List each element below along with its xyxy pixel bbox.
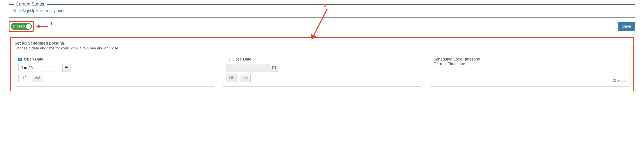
- close-date-header: Close Date: [226, 57, 418, 62]
- schedule-title: Set up Scheduled Locking:: [14, 41, 630, 46]
- open-ampm-button[interactable]: AM: [32, 74, 43, 82]
- svg-marker-1: [36, 25, 40, 28]
- svg-rect-16: [274, 67, 274, 68]
- open-date-card: Open Date AM: [14, 54, 214, 87]
- annotation-arrow-1: [36, 24, 48, 29]
- closed-toggle-label: Closed: [13, 24, 25, 29]
- close-ampm-button[interactable]: AM: [240, 74, 251, 82]
- open-date-input[interactable]: [18, 64, 62, 72]
- timezone-card: Scheduled Lock Timezone Current Timezone…: [430, 54, 630, 87]
- calendar-icon: [272, 66, 276, 70]
- close-date-card: Close Date AM: [222, 54, 422, 87]
- annotation-label-2: 2: [318, 3, 332, 8]
- schedule-subtitle: Choose a date and time for your SignUp t…: [14, 46, 630, 51]
- timezone-change-link[interactable]: Change: [612, 78, 626, 83]
- svg-rect-10: [67, 67, 68, 68]
- close-date-label: Close Date: [232, 57, 251, 62]
- closed-toggle[interactable]: Closed: [11, 23, 32, 30]
- open-date-header: Open Date: [18, 57, 210, 62]
- save-button[interactable]: Save: [618, 22, 635, 31]
- schedule-box: Set up Scheduled Locking: Choose a date …: [10, 37, 634, 91]
- open-date-checkbox[interactable]: [18, 58, 22, 61]
- svg-rect-15: [273, 67, 274, 68]
- toggle-knob: [26, 24, 31, 29]
- timezone-line-1: Scheduled Lock Timezone: [434, 57, 626, 62]
- open-date-row: [18, 64, 210, 72]
- open-time-row: AM: [18, 74, 210, 82]
- annotation-arrow-2: [310, 9, 332, 40]
- annotation-arrow-2-group: 2: [310, 3, 332, 41]
- svg-rect-9: [66, 67, 67, 68]
- calendar-icon: [65, 66, 68, 70]
- close-time-row: AM: [226, 74, 418, 82]
- close-date-row: [226, 64, 418, 72]
- toggle-annotation-group: Closed 1: [9, 21, 52, 32]
- close-date-input[interactable]: [226, 64, 270, 72]
- annotation-label-1: 1: [50, 21, 52, 26]
- current-status-legend: Current Status:: [14, 2, 47, 7]
- close-date-calendar-button[interactable]: [270, 64, 278, 72]
- close-date-checkbox[interactable]: [226, 58, 230, 61]
- open-hour-input[interactable]: [18, 74, 30, 82]
- annotation-box-1: Closed: [9, 21, 34, 32]
- schedule-outer: 2 Set up Scheduled Locking: Choose a dat…: [9, 36, 635, 93]
- timezone-line-2: Current Timezone:: [434, 62, 626, 66]
- svg-rect-17: [275, 67, 275, 68]
- close-hour-input[interactable]: [226, 74, 238, 82]
- open-date-calendar-button[interactable]: [62, 64, 70, 72]
- schedule-columns: Open Date AM: [14, 54, 630, 87]
- svg-line-2: [314, 9, 327, 36]
- open-date-label: Open Date: [24, 57, 43, 62]
- svg-rect-8: [65, 67, 66, 68]
